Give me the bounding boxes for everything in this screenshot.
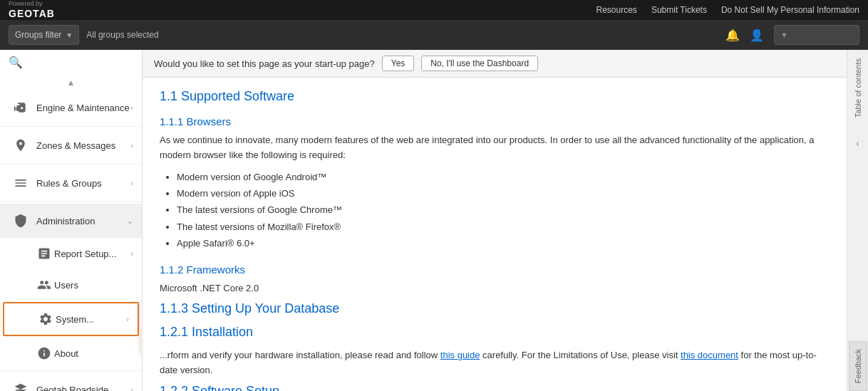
admin-arrow-icon: ⌄ — [127, 217, 133, 226]
sidebar-system-label: System... — [56, 314, 126, 325]
geotab-logo: GEOTAB — [9, 8, 55, 19]
browser-list-item: Modern version of Google Android™ — [177, 169, 830, 185]
roadside-arrow-icon: › — [130, 385, 133, 391]
startup-banner-text: Would you like to set this page as your … — [154, 58, 375, 69]
groups-filter-select[interactable]: Groups filter ▼ — [9, 25, 79, 45]
toc-label[interactable]: Table of contents — [854, 50, 862, 126]
this-guide-link[interactable]: this guide — [440, 350, 480, 360]
zones-icon — [11, 135, 31, 155]
chevron-left-icon[interactable]: ‹ — [856, 132, 859, 155]
section-1-2-2-title: 1.2.2 Software Setup — [160, 384, 830, 391]
flyout-audit-log[interactable]: Audit Log — [140, 328, 143, 353]
browser-list: Modern version of Google Android™ Modern… — [177, 169, 830, 252]
resources-link[interactable]: Resources — [596, 5, 637, 15]
feedback-label[interactable]: Feedback — [849, 341, 867, 391]
top-bar: Powered by GEOTAB Resources Submit Ticke… — [0, 0, 868, 20]
about-icon — [34, 343, 54, 363]
divider-1 — [0, 126, 142, 127]
admin-icon — [11, 211, 31, 231]
top-bar-links: Resources Submit Tickets Do Not Sell My … — [596, 5, 859, 15]
rules-icon — [11, 173, 31, 193]
flyout-system-settings[interactable]: System Settings — [140, 303, 143, 328]
sidebar-admin-label: Administration — [31, 216, 127, 226]
groups-bar-right: 🔔 👤 ▼ — [725, 25, 859, 45]
sidebar-item-about[interactable]: About — [0, 338, 142, 369]
sidebar-users-label: Users — [54, 280, 133, 291]
sidebar-search-area: 🔍 — [0, 50, 142, 75]
sidebar-item-report-setup[interactable]: Report Setup... › — [0, 238, 142, 269]
system-arrow-icon: › — [126, 315, 129, 323]
users-icon — [34, 275, 54, 295]
org-select[interactable]: ▼ — [774, 25, 859, 45]
groups-filter-label: Groups filter — [15, 30, 61, 40]
roadside-icon — [11, 380, 31, 391]
content-area: Would you like to set this page as your … — [143, 50, 847, 391]
section-1-2-1-title: 1.2.1 Installation — [160, 325, 830, 340]
main-layout: 🔍 ▲ Engine & Maintenance › Zones & Messa… — [0, 50, 868, 391]
bell-icon[interactable]: 🔔 — [725, 28, 740, 42]
engine-arrow-icon: › — [130, 103, 133, 112]
report-icon — [34, 244, 54, 264]
section-1-1-1-title: 1.1.1 Browsers — [160, 115, 830, 127]
sidebar-item-system[interactable]: System... › — [3, 302, 139, 336]
groups-selected-text: All groups selected — [86, 30, 718, 40]
browser-list-item: Apple Safari® 6.0+ — [177, 235, 830, 251]
system-flyout-menu: System Settings Audit Log — [140, 302, 143, 353]
sidebar-scroll-up[interactable]: ▲ — [0, 75, 142, 90]
user-icon[interactable]: 👤 — [750, 28, 764, 42]
org-select-value: ▼ — [780, 31, 788, 39]
installation-text-before: ...rform and verify your hardware instal… — [160, 350, 440, 360]
browsers-intro-text: As we continue to innovate, many modern … — [160, 133, 830, 163]
groups-bar: Groups filter ▼ All groups selected 🔔 👤 … — [0, 20, 868, 50]
section-1-1-2-title: 1.1.2 Frameworks — [160, 264, 830, 276]
this-document-link[interactable]: this document — [681, 350, 738, 360]
browser-list-item: The latest versions of Mozilla® Firefox® — [177, 219, 830, 235]
sidebar-item-administration[interactable]: Administration ⌄ — [0, 204, 142, 238]
system-icon — [36, 309, 56, 329]
sidebar-item-users[interactable]: Users — [0, 269, 142, 301]
engine-icon — [11, 98, 31, 118]
sidebar-zones-label: Zones & Messages — [31, 140, 130, 151]
sidebar-item-zones-messages[interactable]: Zones & Messages › — [0, 128, 142, 162]
sidebar-report-label: Report Setup... — [54, 249, 130, 259]
sidebar-item-engine-maintenance[interactable]: Engine & Maintenance › — [0, 90, 142, 125]
startup-banner: Would you like to set this page as your … — [143, 50, 847, 78]
sidebar-about-label: About — [54, 348, 133, 359]
section-1-1-3-title: 1.1.3 Setting Up Your Database — [160, 301, 830, 316]
submit-tickets-link[interactable]: Submit Tickets — [651, 5, 707, 15]
browser-list-item: Modern version of Apple iOS — [177, 185, 830, 202]
startup-yes-button[interactable]: Yes — [382, 56, 415, 71]
sidebar: 🔍 ▲ Engine & Maintenance › Zones & Messa… — [0, 50, 143, 391]
installation-text: ...rform and verify your hardware instal… — [160, 348, 830, 378]
section-1-1-title: 1.1 Supported Software — [160, 89, 830, 104]
do-not-sell-link[interactable]: Do Not Sell My Personal Information — [721, 5, 859, 15]
divider-2 — [0, 164, 142, 165]
sidebar-roadside-label: Geotab Roadside — [31, 385, 130, 392]
divider-3 — [0, 202, 142, 202]
rules-arrow-icon: › — [130, 179, 133, 187]
report-arrow-icon: › — [130, 249, 133, 258]
frameworks-text: Microsoft .NET Core 2.0 — [160, 281, 830, 296]
groups-dropdown-arrow: ▼ — [66, 31, 73, 39]
sidebar-item-rules-groups[interactable]: Rules & Groups › — [0, 166, 142, 200]
installation-text-mid: carefully. For the Limitations of Use, p… — [480, 350, 681, 360]
sidebar-item-geotab-roadside[interactable]: Geotab Roadside › — [0, 372, 142, 391]
sidebar-rules-label: Rules & Groups — [31, 178, 130, 189]
doc-content: 1.1 Supported Software 1.1.1 Browsers As… — [143, 78, 847, 391]
browser-list-item: The latest versions of Google Chrome™ — [177, 202, 830, 218]
powered-by-text: Powered by — [9, 1, 43, 8]
search-icon[interactable]: 🔍 — [9, 56, 23, 69]
logo-area: Powered by GEOTAB — [9, 1, 55, 19]
divider-4 — [0, 370, 142, 371]
right-sidebar: Table of contents ‹ Feedback — [847, 50, 868, 391]
zones-arrow-icon: › — [130, 141, 133, 150]
sidebar-engine-label: Engine & Maintenance — [31, 103, 130, 113]
startup-no-button[interactable]: No, I'll use the Dashboard — [421, 56, 538, 71]
